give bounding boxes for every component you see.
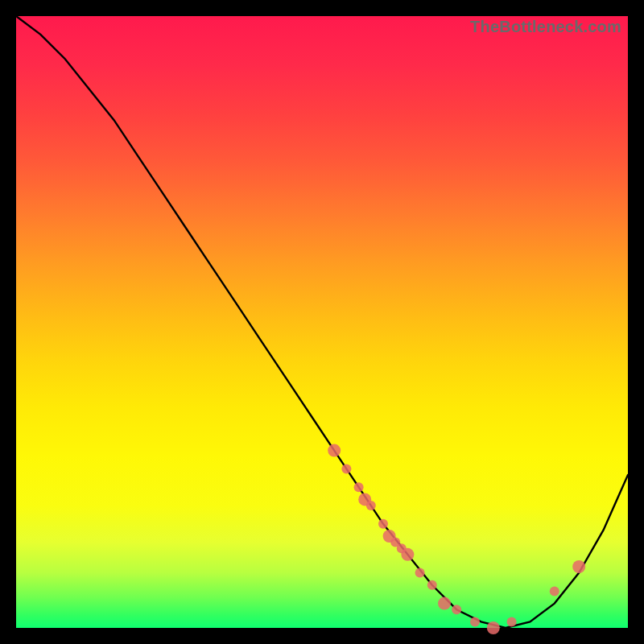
marker-dot [470,617,480,626]
marker-dot [572,560,585,573]
marker-dot [427,580,437,590]
marker-dot [550,586,559,596]
marker-dot [487,621,500,634]
marker-dot [328,444,341,457]
marker-dot [341,464,351,473]
marker-dot [378,519,388,529]
marker-dot [401,548,414,561]
marker-dot [366,501,376,510]
marker-group [328,444,585,634]
chart-frame: TheBottleneck.com [0,0,644,644]
curve-path [16,16,628,628]
marker-dot [438,597,451,610]
marker-dot [354,482,364,492]
marker-dot [507,617,517,626]
marker-dot [452,605,461,614]
chart-svg [16,16,628,628]
marker-dot [415,568,425,578]
plot-area: TheBottleneck.com [16,16,628,628]
